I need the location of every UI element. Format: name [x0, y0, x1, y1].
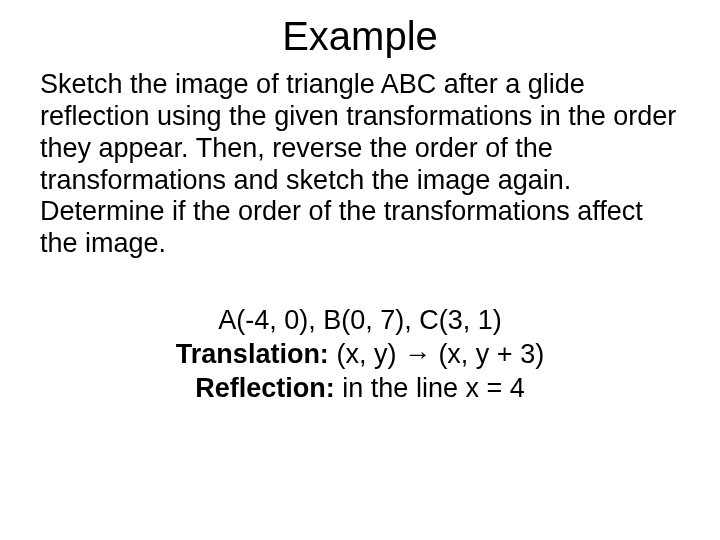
instruction-text: Sketch the image of triangle ABC after a…	[40, 69, 680, 260]
problem-block: A(-4, 0), B(0, 7), C(3, 1) Translation: …	[40, 304, 680, 405]
points-line: A(-4, 0), B(0, 7), C(3, 1)	[40, 304, 680, 338]
reflection-value: in the line x = 4	[342, 373, 524, 403]
slide-container: Example Sketch the image of triangle ABC…	[0, 0, 720, 540]
translation-line: Translation: (x, y) → (x, y + 3)	[40, 338, 680, 372]
translation-label: Translation:	[176, 339, 329, 369]
translation-value: (x, y) → (x, y + 3)	[336, 339, 544, 369]
slide-title: Example	[40, 14, 680, 59]
reflection-label: Reflection:	[195, 373, 335, 403]
reflection-line: Reflection: in the line x = 4	[40, 372, 680, 406]
